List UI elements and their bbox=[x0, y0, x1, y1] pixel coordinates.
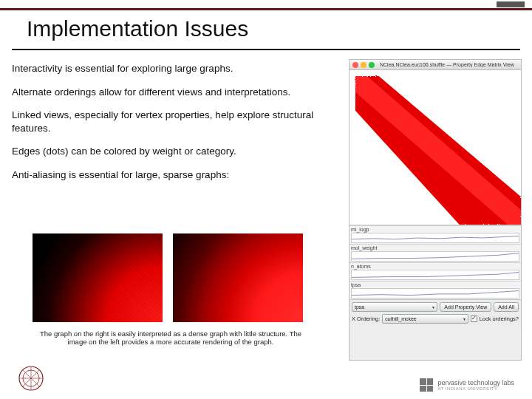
lab-logo: pervasive technology labs AT INDIANA UNI… bbox=[420, 378, 514, 392]
university-seal-icon bbox=[18, 365, 44, 392]
antialias-image-right bbox=[173, 233, 303, 322]
bullet-3: Linked views, especially for vertex prop… bbox=[12, 109, 341, 134]
bullet-4: Edges (dots) can be colored by weight or… bbox=[12, 145, 341, 158]
edge-matrix-plot[interactable] bbox=[349, 70, 521, 225]
property-row: mi_logp bbox=[349, 225, 521, 244]
add-property-button[interactable]: Add Property View bbox=[440, 302, 491, 312]
property-label: n_atoms bbox=[351, 264, 519, 269]
matrix-view-window: NClea.NClea.euc100.shuffle — Property Ed… bbox=[349, 59, 522, 361]
controls-panel: tpsa ▾ Add Property View Add All X Order… bbox=[349, 299, 521, 326]
select-value: cuthill_mckee bbox=[385, 316, 416, 321]
property-row: tpsa bbox=[349, 281, 521, 299]
select-value: tpsa bbox=[355, 304, 364, 310]
lock-orderings-checkbox[interactable] bbox=[471, 316, 477, 322]
body-text: Interactivity is essential for exploring… bbox=[12, 62, 341, 191]
chevron-down-icon: ▾ bbox=[432, 304, 434, 310]
decorative-tab bbox=[497, 1, 525, 7]
ordering-label: X Ordering: bbox=[352, 316, 380, 322]
ordering-select[interactable]: cuthill_mckee ▾ bbox=[382, 314, 468, 324]
property-label: mol_weight bbox=[351, 245, 519, 250]
title-underline bbox=[12, 49, 520, 50]
svg-marker-1 bbox=[355, 76, 521, 225]
property-select[interactable]: tpsa ▾ bbox=[352, 302, 437, 312]
sparkline[interactable] bbox=[351, 233, 519, 243]
window-titlebar: NClea.NClea.euc100.shuffle — Property Ed… bbox=[349, 60, 521, 70]
zoom-icon[interactable] bbox=[369, 62, 375, 68]
bullet-2: Alternate orderings allow for different … bbox=[12, 86, 341, 99]
property-label: mi_logp bbox=[351, 227, 519, 232]
antialias-image-left bbox=[33, 233, 163, 322]
property-row: n_atoms bbox=[349, 262, 521, 281]
minimize-icon[interactable] bbox=[361, 62, 366, 68]
sparkline[interactable] bbox=[351, 270, 519, 280]
antialias-comparison bbox=[33, 233, 310, 322]
property-sparklines: mi_logp mol_weight n_atoms tpsa bbox=[349, 225, 521, 299]
property-label: tpsa bbox=[351, 282, 519, 287]
property-row: mol_weight bbox=[349, 244, 521, 262]
chevron-down-icon: ▾ bbox=[463, 316, 466, 321]
sparkline[interactable] bbox=[351, 288, 519, 299]
sparkline[interactable] bbox=[351, 251, 519, 262]
window-title: NClea.NClea.euc100.shuffle — Property Ed… bbox=[380, 62, 514, 67]
close-icon[interactable] bbox=[352, 62, 358, 68]
antialias-caption: The graph on the right is easily interpr… bbox=[33, 330, 309, 347]
slide-title: Implementation Issues bbox=[27, 16, 248, 41]
bullet-5: Anti-aliasing is essential for large, sp… bbox=[12, 168, 341, 182]
grid-icon bbox=[420, 378, 433, 392]
bullet-1: Interactivity is essential for exploring… bbox=[12, 62, 341, 75]
lab-subtitle: AT INDIANA UNIVERSITY bbox=[437, 386, 514, 391]
add-all-button[interactable]: Add All bbox=[494, 302, 519, 312]
decorative-top-bar bbox=[0, 0, 532, 10]
lock-orderings-label: Lock orderings? bbox=[480, 316, 519, 322]
lab-name: pervasive technology labs bbox=[437, 380, 514, 386]
